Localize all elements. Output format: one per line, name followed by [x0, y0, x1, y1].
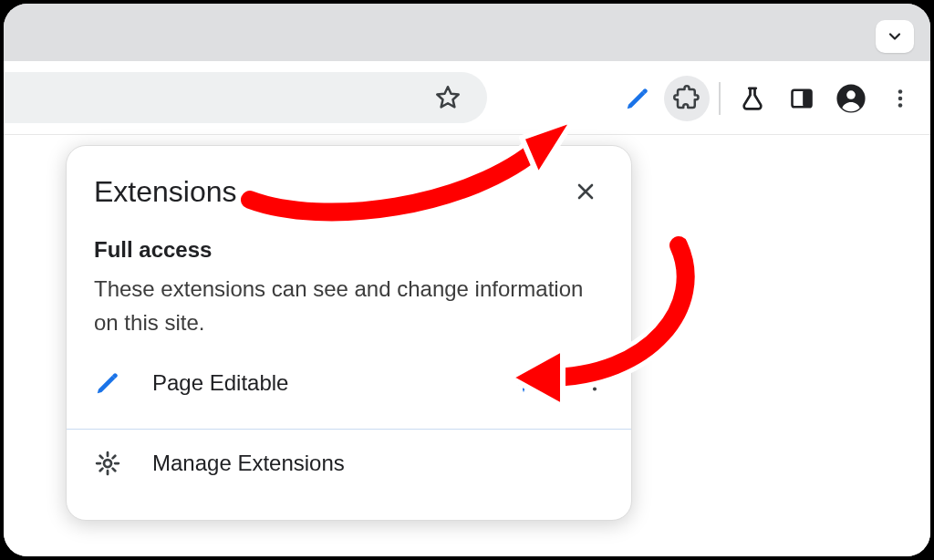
tab-strip [4, 4, 930, 61]
svg-point-10 [104, 460, 111, 467]
puzzle-icon [673, 85, 700, 112]
close-icon [575, 181, 597, 202]
panel-icon [789, 86, 815, 111]
pin-icon [513, 372, 534, 394]
popup-title: Extensions [94, 175, 237, 209]
popup-header: Extensions [67, 146, 631, 215]
svg-point-6 [898, 103, 903, 108]
profile-button[interactable] [828, 76, 874, 121]
toolbar-separator [719, 82, 721, 115]
svg-point-5 [898, 97, 903, 101]
star-icon [434, 84, 462, 111]
bookmark-button[interactable] [425, 75, 471, 120]
pin-button[interactable] [503, 363, 544, 403]
kebab-icon [585, 373, 605, 393]
popup-close-button[interactable] [567, 173, 604, 210]
extension-menu-button[interactable] [575, 363, 615, 403]
svg-point-9 [593, 388, 597, 391]
manage-extensions-row[interactable]: Manage Extensions [67, 429, 631, 497]
extension-name: Page Editable [152, 370, 472, 396]
svg-point-4 [898, 89, 903, 94]
chrome-menu-button[interactable] [877, 76, 923, 121]
window-frame: Extensions Full access These extensions … [0, 0, 934, 560]
manage-extensions-label: Manage Extensions [152, 451, 615, 476]
svg-point-3 [846, 90, 856, 99]
popup-section-title: Full access [94, 237, 604, 263]
pencil-icon [94, 369, 121, 397]
tab-search-button[interactable] [876, 20, 914, 53]
labs-button[interactable] [730, 76, 775, 121]
pinned-extension-button[interactable] [615, 76, 660, 121]
chevron-down-icon [886, 27, 904, 46]
flask-icon [739, 85, 766, 112]
browser-window: Extensions Full access These extensions … [4, 4, 930, 556]
browser-toolbar [4, 61, 930, 135]
side-panel-button[interactable] [779, 76, 825, 121]
pencil-icon [624, 85, 651, 112]
popup-section: Full access These extensions can see and… [67, 215, 631, 339]
popup-section-desc: These extensions can see and change info… [94, 272, 604, 339]
profile-icon [835, 83, 867, 114]
svg-rect-1 [803, 90, 811, 108]
svg-point-8 [593, 381, 597, 385]
extensions-button[interactable] [664, 76, 710, 121]
svg-point-7 [593, 376, 597, 379]
gear-icon [94, 450, 121, 477]
toolbar-actions [615, 76, 923, 121]
address-bar[interactable] [4, 72, 487, 123]
kebab-icon [888, 87, 912, 110]
extensions-popup: Extensions Full access These extensions … [66, 145, 632, 521]
extension-row[interactable]: Page Editable [67, 339, 631, 429]
